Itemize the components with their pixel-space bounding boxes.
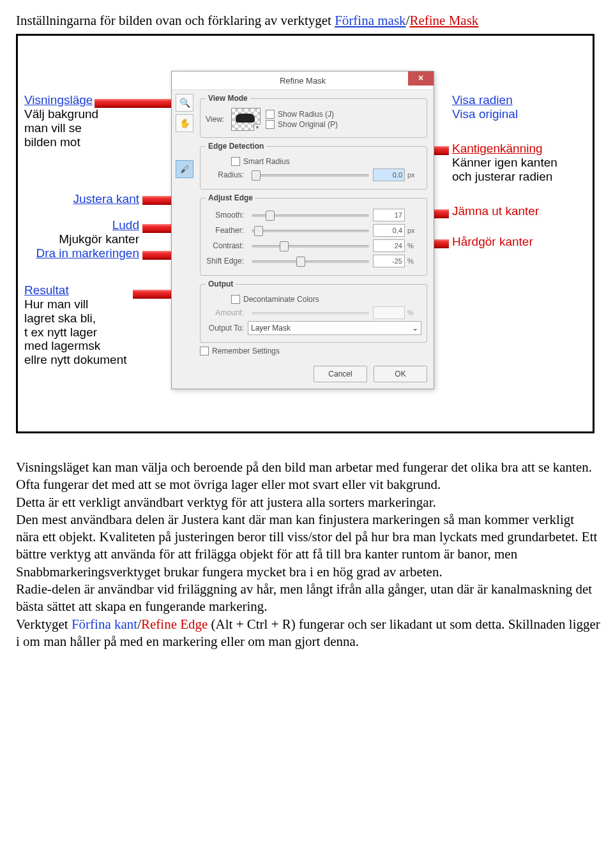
outputto-select[interactable]: Layer Mask⌄: [248, 321, 421, 335]
ann-jamna: Jämna ut kanter: [452, 204, 539, 218]
view-thumbnail[interactable]: ▾: [231, 108, 261, 131]
contrast-slider[interactable]: [252, 243, 369, 249]
page-heading: Inställningarna för bilden ovan och förk…: [16, 13, 600, 29]
para-4: Radie-delen är användbar vid friläggning…: [16, 581, 600, 616]
shift-unit: %: [407, 257, 421, 265]
adjust-edge-legend: Adjust Edge: [206, 193, 255, 202]
contrast-label: Contrast:: [206, 241, 244, 250]
amount-slider: [252, 310, 369, 316]
radius-label: Radius:: [206, 170, 244, 179]
show-original-checkbox[interactable]: Show Original (P): [266, 120, 421, 129]
shift-label: Shift Edge:: [206, 257, 244, 266]
smooth-slider[interactable]: [252, 212, 369, 218]
brush-tool-icon[interactable]: 🖌: [176, 160, 193, 178]
close-button[interactable]: ×: [408, 71, 434, 86]
feather-label: Feather:: [206, 226, 244, 235]
show-radius-checkbox[interactable]: Show Radius (J): [266, 110, 421, 119]
refine-mask-dialog: Refine Mask × 🔍 ✋ 🖌 View Mode View: ▾ Sh…: [171, 71, 434, 389]
ann-resultat: Resultat Hur man vill lagret ska bli, t …: [24, 283, 127, 367]
feather-unit: px: [407, 227, 421, 234]
smooth-label: Smooth:: [206, 211, 244, 220]
decontaminate-checkbox[interactable]: Decontaminate Colors: [231, 295, 421, 304]
ok-button[interactable]: OK: [374, 366, 427, 382]
edge-detection-group: Edge Detection Smart Radius Radius: 0,0 …: [200, 142, 427, 190]
smooth-value[interactable]: 17: [373, 209, 405, 221]
cancel-button[interactable]: Cancel: [314, 366, 367, 382]
para-5: Verktyget Förfina kant/Refine Edge (Alt …: [16, 616, 600, 651]
ann-ludd: Ludd Mjukgör kanter: [50, 218, 139, 246]
ann-kantigenkanning: Kantigenkänning Känner igen kanten och j…: [452, 142, 557, 184]
radius-unit: px: [407, 171, 421, 179]
zoom-tool-icon[interactable]: 🔍: [176, 94, 193, 112]
heading-prefix: Inställningarna för bilden ovan och förk…: [16, 13, 335, 28]
output-legend: Output: [206, 280, 236, 288]
smart-radius-checkbox[interactable]: Smart Radius: [231, 157, 421, 166]
amount-unit: %: [407, 309, 421, 317]
ann-drain: Dra in markeringen: [23, 246, 139, 260]
ann-visa-radien: Visa radien Visa original: [452, 93, 518, 121]
remember-settings-checkbox[interactable]: Remember Settings: [200, 347, 427, 355]
ann-visningslage: Visningsläge Välj bakgrund man vill se b…: [24, 93, 98, 149]
ann-justera-kant: Justera kant: [69, 192, 139, 206]
dialog-title: Refine Mask: [280, 76, 326, 86]
heading-blue: Förfina mask: [335, 13, 405, 28]
contrast-value[interactable]: 24: [373, 239, 405, 252]
adjust-edge-group: Adjust Edge Smooth: 17 Feather: 0,4 px C…: [200, 193, 427, 276]
shift-slider[interactable]: [252, 258, 369, 264]
ann-hardgor: Hårdgör kanter: [452, 235, 533, 249]
amount-value: [373, 306, 405, 319]
outputto-label: Output To:: [206, 324, 244, 333]
view-label: View:: [206, 115, 229, 124]
feather-value[interactable]: 0,4: [373, 224, 405, 237]
para-3: Den mest användbara delen är Justera kan…: [16, 511, 600, 581]
shift-value[interactable]: -25: [373, 255, 405, 267]
body-text: Visningsläget kan man välja och beroende…: [16, 459, 600, 650]
radius-slider[interactable]: [252, 172, 369, 178]
contrast-unit: %: [407, 242, 421, 250]
amount-label: Amount:: [206, 308, 244, 317]
heading-red: Refine Mask: [409, 13, 478, 28]
view-mode-group: View Mode View: ▾ Show Radius (J) Show O…: [200, 94, 427, 138]
output-group: Output Decontaminate Colors Amount: % Ou…: [200, 280, 427, 343]
radius-value[interactable]: 0,0: [373, 168, 405, 181]
diagram-frame: Visningsläge Välj bakgrund man vill se b…: [16, 34, 594, 433]
chevron-down-icon: ⌄: [412, 324, 418, 333]
para-1: Visningsläget kan man välja och beroende…: [16, 459, 600, 494]
hand-tool-icon[interactable]: ✋: [176, 114, 193, 132]
view-mode-legend: View Mode: [206, 94, 250, 103]
dialog-titlebar: Refine Mask ×: [172, 71, 434, 90]
edge-detection-legend: Edge Detection: [206, 142, 266, 151]
feather-slider[interactable]: [252, 227, 369, 234]
para-2: Detta är ett verkligt användbart verktyg…: [16, 494, 600, 511]
